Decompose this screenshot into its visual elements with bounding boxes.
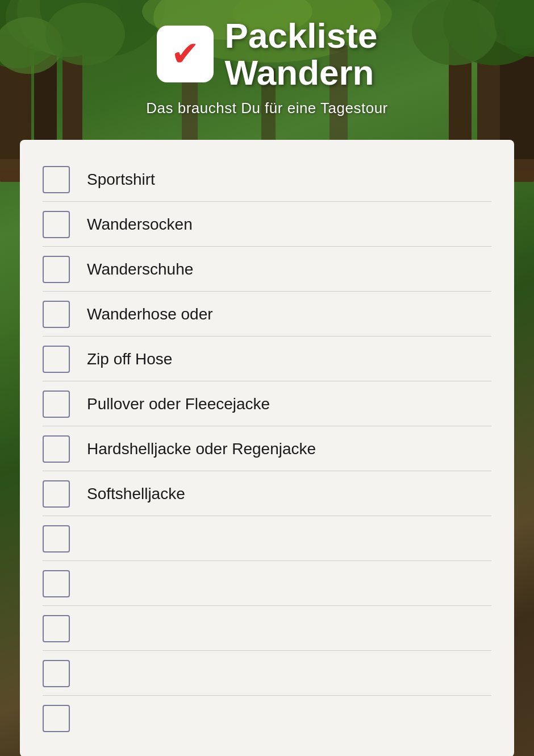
checklist-item: Wanderschuhe [43, 247, 491, 292]
checkbox-box-9[interactable] [43, 525, 70, 553]
checklist-item: Sportshirt [43, 157, 491, 202]
item-label-7: Hardshelljacke oder Regenjacke [87, 440, 316, 458]
checklist-item [43, 516, 491, 561]
checkbox-box-8[interactable] [43, 480, 70, 508]
item-label-5: Zip off Hose [87, 350, 172, 368]
checkbox-box-10[interactable] [43, 570, 70, 597]
page-subtitle: Das brauchst Du für eine Tagestour [146, 99, 388, 117]
checkbox-box-6[interactable] [43, 391, 70, 418]
checklist-item [43, 561, 491, 606]
checklist-item [43, 696, 491, 740]
item-label-2: Wandersocken [87, 215, 193, 234]
checkbox-box-11[interactable] [43, 615, 70, 642]
checklist-item: Zip off Hose [43, 337, 491, 381]
item-label-3: Wanderschuhe [87, 260, 193, 279]
checklist-item: Pullover oder Fleecejacke [43, 381, 491, 426]
checklist-item [43, 606, 491, 651]
checkbox-box-13[interactable] [43, 705, 70, 732]
checklist-item: Wanderhose oder [43, 292, 491, 337]
checklist-list: SportshirtWandersockenWanderschuheWander… [43, 157, 491, 740]
header-section: ✔ Packliste Wandern Das brauchst Du für … [0, 0, 534, 140]
checkbox-box-12[interactable] [43, 660, 70, 687]
checklist-item: Hardshelljacke oder Regenjacke [43, 426, 491, 471]
checklist-item [43, 651, 491, 696]
item-label-4: Wanderhose oder [87, 305, 213, 323]
checkbox-box-2[interactable] [43, 211, 70, 238]
checkmark-icon: ✔ [171, 37, 199, 71]
checkbox-box-1[interactable] [43, 166, 70, 193]
checklist-item: Wandersocken [43, 202, 491, 247]
page-title: Packliste Wandern [225, 17, 378, 91]
item-label-8: Softshelljacke [87, 485, 185, 503]
title-row: ✔ Packliste Wandern [157, 17, 378, 91]
checkbox-box-4[interactable] [43, 301, 70, 328]
checklist-item: Softshelljacke [43, 471, 491, 516]
checkbox-box-3[interactable] [43, 256, 70, 283]
checklist-container: SportshirtWandersockenWanderschuheWander… [20, 140, 514, 756]
logo-checkbox: ✔ [157, 26, 214, 82]
checkbox-box-5[interactable] [43, 346, 70, 373]
checkbox-box-7[interactable] [43, 435, 70, 463]
item-label-1: Sportshirt [87, 171, 155, 189]
item-label-6: Pullover oder Fleecejacke [87, 395, 270, 413]
